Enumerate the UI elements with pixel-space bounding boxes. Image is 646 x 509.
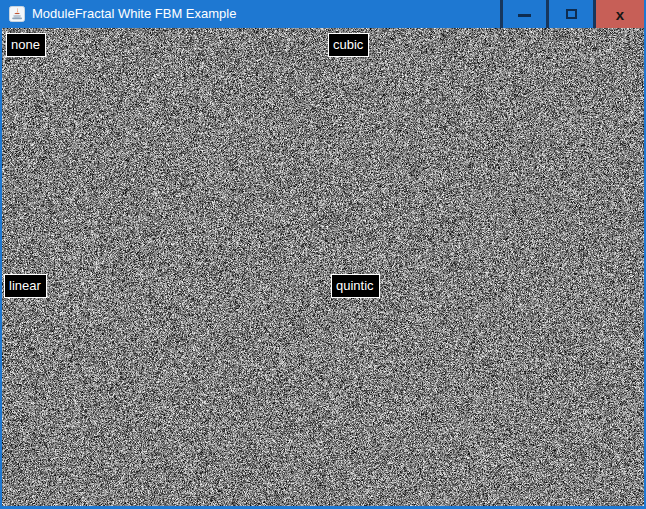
window-title: ModuleFractal White FBM Example — [32, 0, 236, 28]
window-controls: x — [500, 0, 644, 28]
label-linear: linear — [4, 274, 47, 298]
titlebar[interactable]: ModuleFractal White FBM Example x — [2, 0, 644, 28]
label-quintic: quintic — [331, 274, 380, 298]
minimize-button[interactable] — [503, 0, 546, 28]
java-coffee-cup-icon — [9, 6, 25, 22]
label-none: none — [6, 33, 46, 57]
minimize-icon — [518, 14, 531, 17]
app-window: ModuleFractal White FBM Example x none c… — [0, 0, 646, 509]
noise-canvas — [2, 28, 644, 506]
label-cubic: cubic — [328, 33, 369, 57]
maximize-icon — [566, 9, 577, 19]
close-button[interactable]: x — [596, 0, 644, 28]
maximize-button[interactable] — [549, 0, 593, 28]
close-icon: x — [616, 7, 624, 22]
noise-viewport: none cubic linear quintic — [2, 28, 644, 506]
